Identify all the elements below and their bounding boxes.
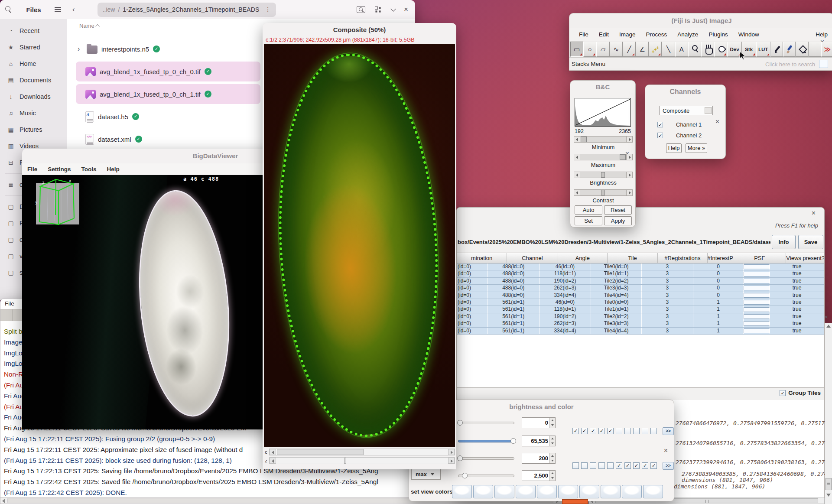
psf-checkbox[interactable] — [744, 279, 770, 283]
slider-left-arrow-icon[interactable] — [270, 449, 276, 455]
sidebar-item[interactable]: ★ Starred — [0, 39, 67, 55]
max-slider-2[interactable] — [458, 475, 514, 477]
auto-button[interactable]: Auto — [575, 205, 602, 215]
file-row[interactable]: interestpoints.n5 — [76, 39, 260, 59]
stitcher-close-icon[interactable] — [812, 210, 816, 217]
search-hint-text[interactable]: Click here to search — [765, 61, 815, 68]
slider-right-arrow-icon[interactable] — [448, 458, 455, 464]
slider-left-arrow-icon[interactable] — [574, 172, 580, 178]
sidebar-item[interactable]: ♫ Music — [0, 105, 67, 121]
scroll-down-icon[interactable] — [826, 494, 831, 497]
expander-icon[interactable] — [78, 45, 83, 53]
blank-tool[interactable] — [809, 42, 821, 57]
view-range-checkbox[interactable] — [642, 462, 648, 469]
more-ranges-button[interactable]: >> — [663, 427, 674, 435]
slider-thumb[interactable] — [581, 137, 587, 142]
path-tab[interactable]: ..iew / 1-Zeiss_5Angles_2Channels_1Timep… — [98, 3, 276, 17]
column-header[interactable]: #InterestPoints — [708, 253, 734, 263]
right-vertical-scrollbar[interactable] — [825, 323, 832, 504]
channel-checkbox-row[interactable]: Channel 1 — [657, 121, 702, 128]
search-input[interactable] — [819, 60, 828, 68]
reset-button[interactable]: Reset — [604, 205, 632, 215]
file-row[interactable]: avg_blend_1x_fused_tp_0_ch_0.tif — [76, 62, 260, 81]
brush-tool-icon[interactable] — [783, 42, 796, 57]
dropdown-button-icon[interactable] — [705, 107, 712, 114]
view-range-checkbox[interactable] — [633, 462, 640, 469]
sidebar-item[interactable]: ⌂ Home — [0, 55, 67, 72]
table-row[interactable]: (id=0) 561(id=1) 46(id=0) Tile0(id=0) 3 … — [457, 299, 824, 306]
view-range-checkbox[interactable] — [650, 462, 657, 469]
spinner-arrows-icon[interactable] — [549, 436, 555, 446]
menu-item[interactable]: File — [574, 31, 594, 38]
search-icon[interactable] — [5, 6, 13, 13]
view-range-checkbox[interactable] — [590, 428, 596, 434]
column-header[interactable]: PSF — [733, 253, 786, 263]
bc-slider[interactable] — [574, 172, 633, 178]
grid-view-icon[interactable] — [375, 7, 381, 13]
set-button[interactable]: Set — [575, 216, 602, 225]
spinner-max-1[interactable]: 65,535 — [522, 436, 556, 446]
menu-item[interactable]: File — [27, 166, 37, 172]
slider-right-arrow-icon[interactable] — [626, 154, 632, 160]
column-header[interactable]: Tile — [608, 253, 658, 263]
composite-canvas[interactable] — [264, 44, 455, 447]
channels-close-icon[interactable] — [715, 118, 719, 125]
rectangle-tool-icon[interactable]: ▭ — [570, 42, 583, 57]
table-row[interactable]: (id=0) 561(id=1) 190(id=2) Tile2(id=2) 3… — [457, 313, 824, 320]
table-row[interactable]: (id=0) 488(id=0) 118(id=1) Tile1(id=1) 3… — [457, 270, 824, 277]
apply-button[interactable]: Apply — [604, 216, 632, 225]
sidebar-item[interactable]: ◔ Recent — [0, 23, 67, 39]
help-button[interactable]: Help — [666, 143, 682, 153]
spinner-arrows-icon[interactable] — [549, 453, 555, 463]
name-column-header[interactable]: Name — [79, 23, 100, 29]
psf-checkbox[interactable] — [744, 286, 770, 290]
z-slider-thumb[interactable] — [344, 458, 346, 464]
column-header[interactable]: Views present? — [786, 253, 824, 263]
menu-item[interactable]: Edit — [594, 31, 614, 38]
view-range-checkbox[interactable] — [624, 428, 631, 434]
zoom-tool-icon[interactable] — [688, 42, 701, 57]
slider-left-arrow-icon[interactable] — [574, 154, 580, 160]
view-range-checkbox[interactable] — [590, 462, 596, 469]
more-tools-icon[interactable]: ≫ — [821, 42, 832, 57]
spinner-arrows-icon[interactable] — [549, 471, 555, 481]
files-close-icon[interactable] — [404, 5, 408, 14]
more-ranges-button[interactable]: >> — [663, 462, 674, 470]
slider-thumb[interactable] — [601, 190, 605, 195]
view-color-button[interactable] — [643, 485, 663, 498]
view-range-checkbox[interactable] — [642, 428, 648, 434]
slider-left-arrow-icon[interactable] — [270, 458, 276, 464]
scrollbar-thumb[interactable] — [826, 478, 832, 490]
spinner-max-2[interactable]: 2,500 — [522, 470, 556, 481]
bc-slider[interactable] — [574, 136, 633, 143]
checkbox-checked-icon[interactable] — [657, 133, 663, 138]
menu-item[interactable]: Analyze — [672, 31, 703, 38]
view-color-button[interactable] — [494, 485, 514, 498]
folder-search-icon[interactable] — [357, 6, 365, 13]
info-button[interactable]: Info — [772, 235, 796, 249]
psf-checkbox[interactable] — [744, 293, 770, 298]
view-options-chevron-icon[interactable] — [390, 6, 396, 12]
table-row[interactable]: (id=0) 561(id=1) 334(id=4) Tile4(id=4) 3… — [457, 328, 824, 335]
bc-slider[interactable] — [574, 154, 633, 160]
text-tool-icon[interactable]: A — [675, 42, 688, 57]
slider-left-arrow-icon[interactable] — [574, 137, 580, 142]
psf-checkbox[interactable] — [744, 300, 770, 305]
hand-tool-icon[interactable] — [701, 42, 714, 57]
scroll-left-icon[interactable] — [2, 499, 5, 503]
sidebar-item[interactable]: ▤ Documents — [0, 72, 67, 88]
checkbox-checked-icon[interactable] — [657, 122, 663, 127]
spinner-min-1[interactable]: 0 — [522, 417, 556, 428]
more-button[interactable]: More » — [686, 143, 707, 153]
menu-item[interactable]: Help — [107, 166, 120, 172]
spinner-min-2[interactable]: 200 — [522, 453, 556, 464]
channel-slider[interactable] — [269, 449, 455, 455]
view-range-checkbox[interactable] — [624, 462, 631, 469]
min-slider-2[interactable] — [458, 457, 514, 460]
fill-tool-icon[interactable] — [796, 42, 808, 57]
view-range-checkbox[interactable] — [572, 428, 579, 434]
psf-checkbox[interactable] — [744, 307, 770, 312]
menu-item[interactable]: Window — [733, 31, 764, 38]
wand-tool-icon[interactable]: ╲ — [662, 42, 675, 57]
display-mode-dropdown[interactable]: Composite — [659, 106, 713, 115]
